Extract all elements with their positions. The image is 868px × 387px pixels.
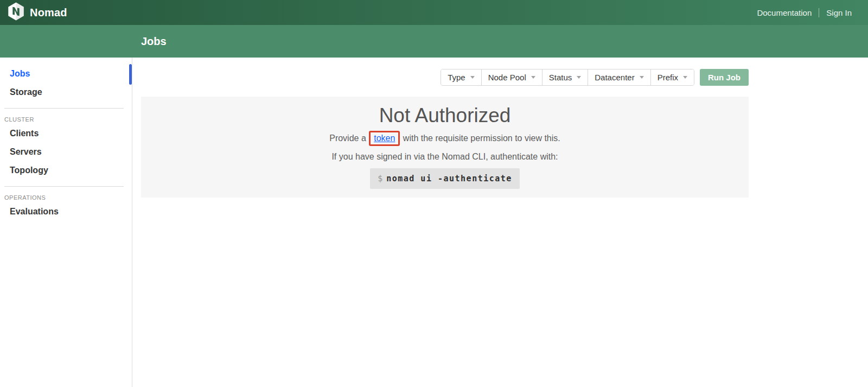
- chevron-down-icon: [577, 76, 581, 79]
- target-highlight-box: token: [369, 131, 400, 146]
- nomad-app: Nomad Documentation Sign In Jobs Jobs St…: [0, 0, 868, 387]
- scrollbar-thumb[interactable]: [129, 64, 132, 85]
- chevron-down-icon: [683, 76, 687, 79]
- cli-code-block: $nomad ui -authenticate: [370, 168, 520, 189]
- cli-hint-text: If you have signed in via the Nomad CLI,…: [152, 152, 738, 162]
- token-link[interactable]: token: [374, 134, 395, 143]
- not-authorized-message: Provide a token with the requisite permi…: [152, 131, 738, 146]
- filter-label: Node Pool: [488, 73, 526, 82]
- chevron-down-icon: [640, 76, 644, 79]
- chevron-down-icon: [531, 76, 535, 79]
- cli-command: nomad ui -authenticate: [386, 174, 512, 183]
- sidebar-item-storage[interactable]: Storage: [0, 83, 132, 101]
- page-title: Jobs: [141, 35, 167, 48]
- jobs-toolbar: Type Node Pool Status Datacenter: [141, 69, 749, 86]
- sidebar-section-operations: OPERATIONS: [0, 188, 132, 202]
- filter-status-dropdown[interactable]: Status: [542, 69, 589, 85]
- sidebar: Jobs Storage CLUSTER Clients Servers Top…: [0, 58, 132, 387]
- sidebar-section-cluster: CLUSTER: [0, 110, 132, 124]
- filter-prefix-dropdown[interactable]: Prefix: [651, 69, 694, 85]
- nomad-brand-link[interactable]: Nomad: [8, 2, 67, 23]
- filter-datacenter-dropdown[interactable]: Datacenter: [588, 69, 650, 85]
- code-block-row: $nomad ui -authenticate: [152, 162, 738, 189]
- not-authorized-title: Not Authorized: [152, 105, 738, 127]
- filter-group: Type Node Pool Status Datacenter: [441, 69, 694, 86]
- message-suffix: with the requisite permission to view th…: [403, 134, 560, 143]
- sidebar-item-clients[interactable]: Clients: [0, 124, 132, 143]
- navbar-divider: [819, 8, 819, 17]
- main-content: Type Node Pool Status Datacenter: [132, 58, 868, 387]
- not-authorized-panel: Not Authorized Provide a token with the …: [141, 97, 749, 198]
- top-navbar: Nomad Documentation Sign In: [0, 0, 868, 25]
- sidebar-divider: [4, 108, 124, 109]
- message-prefix: Provide a: [329, 134, 366, 143]
- shell-prompt: $: [378, 174, 382, 183]
- sign-in-link[interactable]: Sign In: [826, 8, 852, 17]
- filter-label: Type: [448, 73, 465, 82]
- page-header: Jobs: [0, 25, 868, 58]
- run-job-button[interactable]: Run Job: [700, 69, 749, 86]
- filter-label: Datacenter: [595, 73, 634, 82]
- navbar-links: Documentation Sign In: [757, 8, 852, 17]
- nomad-logo-icon: [8, 2, 24, 23]
- sidebar-divider: [4, 186, 124, 187]
- filter-label: Status: [549, 73, 572, 82]
- sidebar-item-evaluations[interactable]: Evaluations: [0, 202, 132, 221]
- filter-label: Prefix: [658, 73, 678, 82]
- chevron-down-icon: [470, 76, 475, 79]
- sidebar-item-jobs[interactable]: Jobs: [0, 65, 132, 83]
- body-layout: Jobs Storage CLUSTER Clients Servers Top…: [0, 58, 868, 387]
- sidebar-item-servers[interactable]: Servers: [0, 143, 132, 161]
- sidebar-item-topology[interactable]: Topology: [0, 161, 132, 180]
- filter-node-pool-dropdown[interactable]: Node Pool: [482, 69, 542, 85]
- filter-type-dropdown[interactable]: Type: [441, 69, 482, 85]
- brand-name: Nomad: [30, 7, 67, 19]
- documentation-link[interactable]: Documentation: [757, 8, 812, 17]
